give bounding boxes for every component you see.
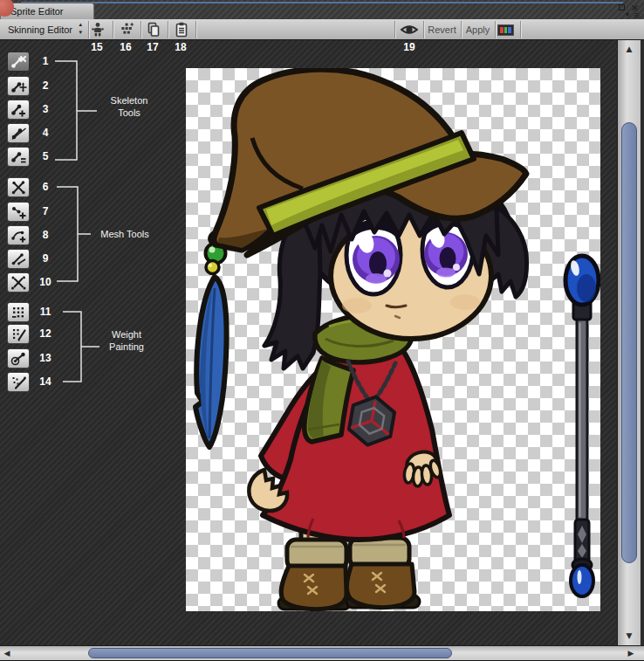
dot-grid-icon — [12, 307, 24, 318]
callout-5: 5 — [35, 147, 56, 167]
eye-icon[interactable] — [399, 22, 420, 38]
toolbar-separator — [423, 21, 424, 38]
group-label-mesh-tools: Mesh Tools — [91, 228, 159, 240]
tool-button-14[interactable] — [7, 372, 30, 392]
callout-4: 4 — [35, 123, 56, 143]
dots-pen-icon — [13, 329, 19, 339]
rgb-channels-icon[interactable] — [497, 24, 514, 36]
callout-2: 2 — [35, 76, 56, 96]
scroll-left-icon[interactable]: ◀ — [1, 648, 13, 658]
title-bar: Sprite Editor ✕ ▾ ≡ — [0, 0, 644, 19]
staff-sprite — [565, 256, 599, 596]
vertex-plus-icon — [10, 204, 27, 220]
character-pieces-icon[interactable] — [116, 22, 137, 38]
hat-beads-feather — [195, 228, 235, 447]
group-label-skeleton-tools: SkeletonTools — [101, 94, 157, 119]
callout-7: 7 — [35, 202, 56, 222]
tool-button-13[interactable] — [7, 348, 30, 368]
toolbar-separator — [394, 21, 395, 38]
sprite-artwork — [186, 68, 600, 611]
callout-11: 11 — [35, 302, 56, 322]
tool-button-11[interactable] — [7, 302, 30, 322]
vertical-scrollbar-thumb[interactable] — [621, 122, 637, 563]
window-controls: ✕ ▾ ≡ — [613, 2, 641, 19]
callout-17: 17 — [142, 41, 163, 53]
scroll-right-icon[interactable]: ▶ — [625, 648, 637, 658]
toolbar-separator — [520, 21, 521, 38]
callout-15: 15 — [86, 41, 107, 53]
maximize-icon[interactable] — [619, 4, 625, 10]
horizontal-scrollbar-thumb[interactable] — [88, 648, 452, 658]
callout-13: 13 — [35, 348, 56, 368]
tool-button-12[interactable] — [7, 324, 30, 344]
tool-button-4[interactable] — [7, 123, 30, 143]
dots-wand-icon — [13, 377, 19, 385]
editor-workspace[interactable]: 15 16 17 18 19 — [0, 40, 616, 645]
bone-lines-icon — [10, 149, 27, 165]
toolbar-separator — [195, 21, 196, 38]
callout-14: 14 — [35, 372, 56, 392]
callout-6: 6 — [35, 177, 56, 197]
sprite-canvas[interactable] — [186, 68, 600, 611]
tool-button-10[interactable] — [7, 272, 30, 293]
sprite-editor-tab[interactable]: Sprite Editor — [0, 3, 94, 19]
callout-16: 16 — [115, 41, 136, 53]
sprite-editor-window: Sprite Editor ✕ ▾ ≡ Skinning Editor ▴ ▾ — [0, 0, 644, 661]
tool-button-5[interactable] — [7, 147, 30, 167]
toolbar: Skinning Editor ▴ ▾ — [0, 19, 644, 40]
apply-button[interactable]: Apply — [462, 21, 493, 38]
edge-plus-icon — [10, 228, 27, 244]
crossed-pins-icon — [10, 180, 27, 196]
group-label-weight-painting: WeightPainting — [99, 328, 154, 353]
tab-caret-icon[interactable]: ▾ — [626, 10, 629, 18]
vertical-scrollbar[interactable]: ▲ ▼ — [617, 40, 641, 645]
tool-button-8[interactable] — [7, 225, 30, 245]
crossed-pins-dots-icon — [10, 275, 27, 291]
tool-button-9[interactable] — [7, 249, 30, 269]
callout-19: 19 — [399, 41, 420, 53]
bone-move-icon — [10, 79, 27, 94]
toolbar-separator — [113, 21, 113, 38]
callout-18: 18 — [170, 41, 191, 53]
bone-x-icon — [10, 54, 27, 70]
tool-button-2[interactable] — [7, 76, 30, 96]
callout-1: 1 — [35, 52, 56, 72]
bone-split-icon — [10, 126, 27, 141]
revert-button[interactable]: Revert — [425, 21, 459, 38]
character-doll-icon[interactable] — [87, 22, 108, 38]
tool-button-1[interactable] — [7, 52, 30, 72]
callout-8: 8 — [35, 225, 56, 245]
scroll-up-icon[interactable]: ▲ — [623, 44, 635, 54]
bone-plus-icon — [10, 102, 27, 118]
paste-icon[interactable] — [171, 22, 192, 38]
toolbar-separator — [461, 21, 462, 38]
callout-10: 10 — [35, 272, 56, 293]
callout-3: 3 — [35, 100, 56, 120]
toolbar-separator — [140, 21, 141, 38]
toolbar-separator — [168, 21, 168, 38]
tool-button-3[interactable] — [7, 100, 30, 120]
dropdown-arrows-icon: ▴ ▾ — [79, 21, 82, 37]
scroll-down-icon[interactable]: ▼ — [623, 630, 635, 641]
edge-split-icon — [10, 251, 27, 267]
copy-icon[interactable] — [143, 22, 164, 38]
callout-12: 12 — [35, 324, 56, 344]
tool-button-6[interactable] — [7, 177, 30, 197]
toolbar-separator — [495, 21, 496, 38]
bone-loop-icon — [10, 351, 27, 367]
mouth — [387, 306, 406, 307]
horizontal-scrollbar[interactable]: ◀ ▶ — [0, 645, 644, 660]
mode-dropdown-value: Skinning Editor — [8, 24, 72, 35]
focus-accent-line — [21, 2, 623, 3]
mode-dropdown[interactable]: Skinning Editor ▴ ▾ — [3, 21, 86, 38]
callout-9: 9 — [35, 249, 56, 269]
window-title: Sprite Editor — [10, 6, 64, 17]
tool-button-7[interactable] — [7, 202, 30, 222]
